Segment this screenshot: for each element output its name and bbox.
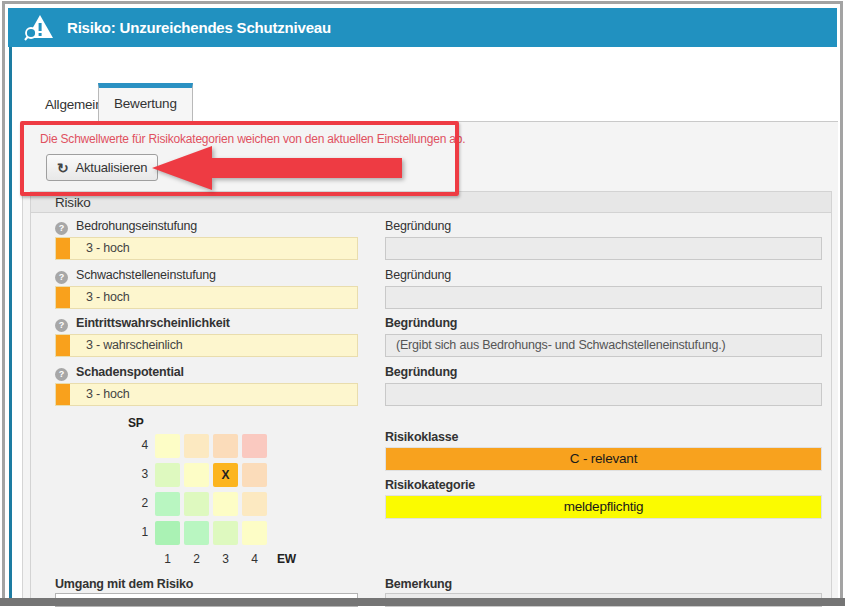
- risk-matrix-grid: X: [155, 434, 270, 546]
- window-frame-top: [2, 1, 843, 4]
- matrix-cell[interactable]: [155, 492, 180, 516]
- matrix-col-label: 3: [213, 552, 238, 566]
- matrix-x-axis-label: EW: [277, 552, 296, 566]
- reason-label: Begründung: [385, 316, 457, 330]
- matrix-cell[interactable]: [213, 434, 238, 458]
- window-bottom-edge: [0, 598, 845, 606]
- reason-input-eintrittswahrscheinlichkeit[interactable]: (Ergibt sich aus Bedrohungs- und Schwach…: [385, 334, 822, 357]
- tab-bewertung[interactable]: Bewertung: [98, 83, 193, 121]
- field-label-bedrohungseinstufung: Bedrohungseinstufung: [76, 219, 197, 233]
- window-frame-right: [840, 1, 843, 606]
- matrix-cell[interactable]: [242, 463, 267, 487]
- risiko-section-header: Risiko: [30, 191, 832, 213]
- matrix-col-label: 2: [184, 552, 209, 566]
- refresh-icon: ↻: [57, 161, 69, 175]
- matrix-cell[interactable]: [213, 492, 238, 516]
- risk-dialog-window: Risiko: Unzureichendes Schutzniveau Allg…: [0, 0, 845, 608]
- risk-class-label: Risikoklasse: [385, 430, 458, 444]
- help-icon[interactable]: ?: [55, 368, 68, 381]
- reason-input-schadenspotential[interactable]: [385, 383, 822, 406]
- reason-input-schwachstelle[interactable]: [385, 286, 822, 309]
- reason-input-bedrohung[interactable]: [385, 237, 822, 260]
- field-label-schadenspotential: Schadenspotential: [76, 365, 184, 379]
- matrix-cell[interactable]: [155, 521, 180, 545]
- aktualisieren-button-label: Aktualisieren: [76, 160, 148, 175]
- matrix-cell[interactable]: [213, 521, 238, 545]
- schwachstelleneinstufung-select[interactable]: 3 - hoch: [55, 286, 358, 309]
- rating-value: 3 - hoch: [86, 384, 130, 405]
- matrix-cell[interactable]: [184, 463, 209, 487]
- rating-color-swatch: [56, 335, 70, 356]
- window-frame-left: [2, 1, 5, 606]
- bedrohungseinstufung-select[interactable]: 3 - hoch: [55, 237, 358, 260]
- rating-color-swatch: [56, 287, 70, 308]
- threshold-warning-text: Die Schwellwerte für Risikokategorien we…: [40, 132, 465, 146]
- risk-matrix: SP 4 3 2 1 X 1 2 3 4 EW: [120, 412, 320, 572]
- matrix-cell[interactable]: [242, 434, 267, 458]
- risk-category-label: Risikokategorie: [385, 478, 475, 492]
- matrix-cell[interactable]: [184, 521, 209, 545]
- dialog-titlebar: Risiko: Unzureichendes Schutzniveau: [8, 8, 837, 47]
- risk-class-bar: C - relevant: [385, 447, 822, 471]
- rating-value: 3 - hoch: [86, 287, 130, 308]
- field-label-eintrittswahrscheinlichkeit: Eintrittswahrscheinlichkeit: [76, 316, 230, 330]
- matrix-cell[interactable]: [242, 492, 267, 516]
- matrix-cell[interactable]: X: [213, 463, 238, 487]
- matrix-row-label: 2: [130, 496, 148, 510]
- matrix-col-label: 4: [242, 552, 267, 566]
- rating-color-swatch: [56, 384, 70, 405]
- matrix-col-label: 1: [155, 552, 180, 566]
- aktualisieren-button[interactable]: ↻ Aktualisieren: [46, 154, 158, 181]
- matrix-row-label: 1: [130, 525, 148, 539]
- matrix-cell[interactable]: [184, 492, 209, 516]
- page-title: Risiko: Unzureichendes Schutzniveau: [67, 19, 331, 36]
- matrix-row-label: 4: [130, 438, 148, 452]
- rating-value: 3 - wahrscheinlich: [86, 335, 182, 356]
- matrix-cell[interactable]: [155, 434, 180, 458]
- reason-label: Begründung: [385, 219, 451, 233]
- panel-accent-border: [9, 47, 12, 598]
- help-icon[interactable]: ?: [55, 222, 68, 235]
- field-label-schwachstelleneinstufung: Schwachstelleneinstufung: [76, 268, 216, 282]
- rating-color-swatch: [56, 238, 70, 259]
- help-icon[interactable]: ?: [55, 319, 68, 332]
- risk-warning-icon: [24, 14, 54, 42]
- matrix-cell[interactable]: [184, 434, 209, 458]
- help-icon[interactable]: ?: [55, 271, 68, 284]
- schadenspotential-select[interactable]: 3 - hoch: [55, 383, 358, 406]
- risk-category-bar: meldepflichtig: [385, 495, 822, 519]
- eintrittswahrscheinlichkeit-select[interactable]: 3 - wahrscheinlich: [55, 334, 358, 357]
- matrix-cell[interactable]: [242, 521, 267, 545]
- matrix-selected-marker: X: [213, 463, 238, 487]
- treatment-label: Umgang mit dem Risiko: [55, 577, 193, 591]
- matrix-row-label: 3: [130, 467, 148, 481]
- matrix-y-axis-label: SP: [128, 416, 144, 430]
- remark-label: Bemerkung: [385, 577, 452, 591]
- reason-label: Begründung: [385, 365, 457, 379]
- reason-label: Begründung: [385, 268, 451, 282]
- matrix-cell[interactable]: [155, 463, 180, 487]
- rating-value: 3 - hoch: [86, 238, 130, 259]
